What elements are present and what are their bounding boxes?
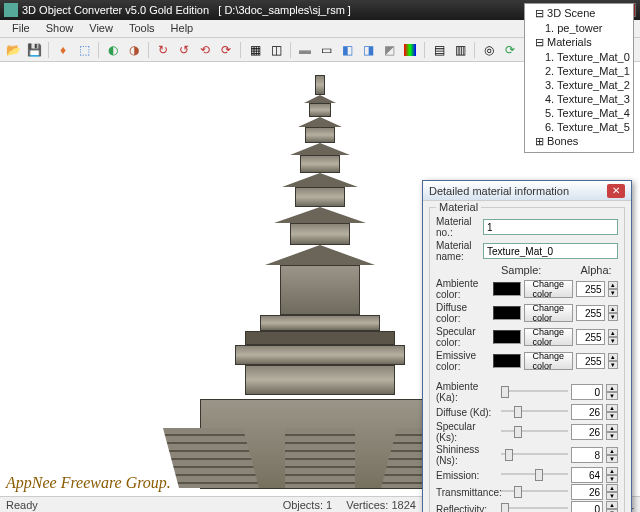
spinner-arrows[interactable]: ▲▼ [606, 404, 618, 420]
color-label: Ambiente color: [436, 278, 490, 300]
spinner-arrows[interactable]: ▲▼ [608, 281, 618, 297]
menu-help[interactable]: Help [163, 20, 202, 37]
tool-icon[interactable]: ◐ [104, 41, 122, 59]
menu-view[interactable]: View [81, 20, 121, 37]
tree-node-scene[interactable]: ⊟ 3D Scene [527, 6, 631, 21]
window-title: 3D Object Converter v5.0 Gold Edition [ … [22, 4, 566, 16]
change-color-button[interactable]: Change color [524, 280, 574, 298]
slider-thumb[interactable] [535, 469, 543, 481]
cube-icon[interactable]: ◩ [380, 41, 398, 59]
color-swatch [493, 282, 521, 296]
view-icon[interactable]: ◫ [267, 41, 285, 59]
rotate-icon[interactable]: ⟲ [196, 41, 214, 59]
alpha-spinner[interactable]: 255 [576, 329, 605, 345]
spinner-arrows[interactable]: ▲▼ [608, 353, 618, 369]
status-vertices: Vertices: 1824 [346, 499, 416, 511]
color-label: Diffuse color: [436, 302, 490, 324]
alpha-spinner[interactable]: 255 [576, 281, 605, 297]
rotate-icon[interactable]: ↻ [154, 41, 172, 59]
sample-header: Sample: [501, 264, 541, 276]
color-swatch [493, 306, 521, 320]
color-icon[interactable] [401, 41, 419, 59]
change-color-button[interactable]: Change color [524, 304, 574, 322]
tree-node-model[interactable]: 1. pe_tower [527, 21, 631, 35]
color-label: Specular color: [436, 326, 490, 348]
tree-node-mat[interactable]: 1. Texture_Mat_0 [527, 50, 631, 64]
menu-file[interactable]: File [4, 20, 38, 37]
model-pagoda [190, 69, 450, 489]
change-color-button[interactable]: Change color [524, 352, 574, 370]
tree-node-mat[interactable]: 2. Texture_Mat_1 [527, 64, 631, 78]
slider-track[interactable] [501, 425, 568, 439]
spinner-arrows[interactable]: ▲▼ [606, 424, 618, 440]
dialog-close-icon[interactable]: ✕ [607, 184, 625, 198]
status-ready: Ready [6, 499, 38, 511]
tree-node-mat[interactable]: 4. Texture_Mat_3 [527, 92, 631, 106]
matname-label: Material name: [436, 240, 480, 262]
rotate-icon[interactable]: ↺ [175, 41, 193, 59]
slider-track[interactable] [501, 405, 568, 419]
matname-input[interactable] [483, 243, 618, 259]
slider-track[interactable] [501, 485, 568, 499]
shade-icon[interactable]: ▬ [296, 41, 314, 59]
spinner-arrows[interactable]: ▲▼ [608, 305, 618, 321]
tool-icon[interactable]: ▥ [451, 41, 469, 59]
tree-node-mat[interactable]: 3. Texture_Mat_2 [527, 78, 631, 92]
spinner-arrows[interactable]: ▲▼ [606, 447, 618, 463]
tree-node-mat[interactable]: 5. Texture_Mat_4 [527, 106, 631, 120]
app-icon [4, 3, 18, 17]
slider-thumb[interactable] [501, 386, 509, 398]
rotate-icon[interactable]: ⟳ [217, 41, 235, 59]
cube-icon[interactable]: ◧ [338, 41, 356, 59]
slider-track[interactable] [501, 448, 568, 462]
change-color-button[interactable]: Change color [524, 328, 574, 346]
tool-icon[interactable]: ♦ [54, 41, 72, 59]
open-icon[interactable]: 📂 [4, 41, 22, 59]
tree-node-materials[interactable]: ⊟ Materials [527, 35, 631, 50]
spinner-arrows[interactable]: ▲▼ [606, 467, 618, 483]
slider-track[interactable] [501, 502, 568, 512]
matno-input[interactable] [483, 219, 618, 235]
color-label: Emissive color: [436, 350, 490, 372]
value-spinner[interactable]: 8 [571, 447, 603, 463]
dialog-title: Detailed material information [429, 185, 607, 197]
slider-thumb[interactable] [514, 426, 522, 438]
slider-thumb[interactable] [514, 486, 522, 498]
shade-icon[interactable]: ▭ [317, 41, 335, 59]
value-spinner[interactable]: 26 [571, 404, 603, 420]
tool-icon[interactable]: ⬚ [75, 41, 93, 59]
dialog-titlebar[interactable]: Detailed material information ✕ [423, 181, 631, 201]
alpha-header: Alpha: [574, 264, 618, 276]
spinner-arrows[interactable]: ▲▼ [606, 384, 618, 400]
tool-icon[interactable]: ◎ [480, 41, 498, 59]
slider-label: Ambiente (Ka): [436, 381, 498, 403]
slider-track[interactable] [501, 468, 568, 482]
value-spinner[interactable]: 64 [571, 467, 603, 483]
tool-icon[interactable]: ▤ [430, 41, 448, 59]
value-spinner[interactable]: 26 [571, 424, 603, 440]
value-spinner[interactable]: 0 [571, 501, 603, 512]
color-swatch [493, 354, 521, 368]
tree-node-bones[interactable]: ⊞ Bones [527, 134, 631, 149]
slider-thumb[interactable] [505, 449, 513, 461]
slider-label: Emission: [436, 470, 498, 481]
tool-icon[interactable]: ◑ [125, 41, 143, 59]
menu-tools[interactable]: Tools [121, 20, 163, 37]
spinner-arrows[interactable]: ▲▼ [606, 501, 618, 512]
value-spinner[interactable]: 26 [571, 484, 603, 500]
slider-thumb[interactable] [514, 406, 522, 418]
spinner-arrows[interactable]: ▲▼ [606, 484, 618, 500]
slider-thumb[interactable] [501, 503, 509, 512]
alpha-spinner[interactable]: 255 [576, 353, 605, 369]
view-icon[interactable]: ▦ [246, 41, 264, 59]
refresh-icon[interactable]: ⟳ [501, 41, 519, 59]
spinner-arrows[interactable]: ▲▼ [608, 329, 618, 345]
save-icon[interactable]: 💾 [25, 41, 43, 59]
value-spinner[interactable]: 0 [571, 384, 603, 400]
cube-icon[interactable]: ◨ [359, 41, 377, 59]
menu-show[interactable]: Show [38, 20, 82, 37]
scene-tree[interactable]: ⊟ 3D Scene 1. pe_tower ⊟ Materials 1. Te… [524, 3, 634, 153]
slider-track[interactable] [501, 385, 568, 399]
alpha-spinner[interactable]: 255 [576, 305, 605, 321]
tree-node-mat[interactable]: 6. Texture_Mat_5 [527, 120, 631, 134]
